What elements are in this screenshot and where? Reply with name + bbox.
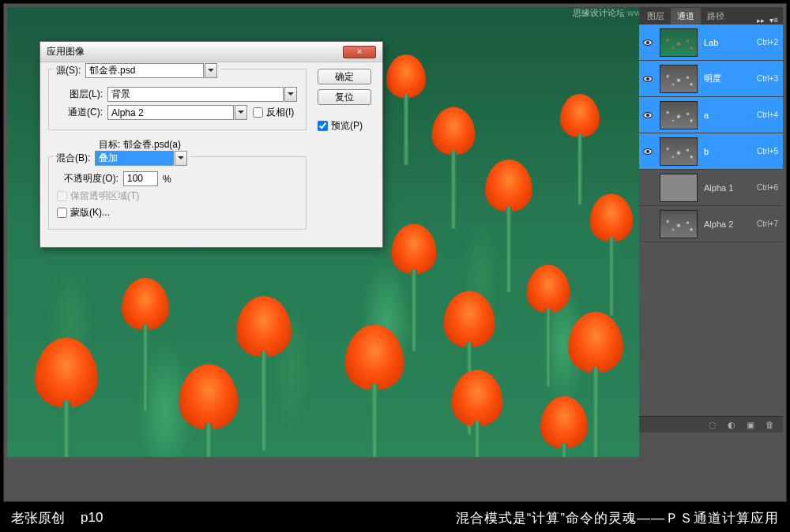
channel-name: Alpha 1 [702, 183, 757, 193]
channel-name: 明度 [702, 73, 757, 84]
caption-author: 老张原创 [11, 509, 65, 527]
visibility-eye-icon[interactable] [641, 38, 655, 47]
tab-paths[interactable]: 路径 [701, 8, 731, 24]
channel-thumbnail [660, 65, 698, 93]
channel-to-selection-icon[interactable]: ◐ [728, 420, 739, 429]
channel-row[interactable]: 明度Ctrl+3 [639, 61, 783, 97]
channel-name: a [702, 111, 757, 120]
visibility-eye-icon[interactable] [641, 111, 655, 120]
channel-thumbnail [660, 101, 698, 129]
close-icon[interactable]: × [343, 46, 376, 58]
caption-text: 混合模式是“计算”命令的灵魂——ＰＳ通道计算应用 [456, 509, 779, 527]
panel-footer: ◌ ◐ ▣ 🗑 [639, 416, 783, 433]
apply-image-dialog: 应用图像 × 源(S): 郁金香.psd [40, 41, 383, 248]
channel-shortcut: Ctrl+2 [757, 38, 778, 47]
opacity-label: 不透明度(O): [57, 172, 118, 185]
visibility-eye-icon[interactable] [641, 74, 655, 84]
channel-shortcut: Ctrl+3 [757, 74, 778, 83]
channel-name: Lab [702, 38, 757, 47]
channel-combo[interactable]: Alpha 2 [107, 105, 234, 120]
selection-to-channel-icon[interactable]: ◌ [709, 420, 720, 429]
tab-layers[interactable]: 图层 [641, 8, 671, 24]
source-group-label: 源(S): 郁金香.psd [54, 63, 220, 78]
dialog-titlebar[interactable]: 应用图像 × [40, 42, 382, 62]
channels-panel: 图层 通道 路径 ▸▸▾≡ LabCtrl+2明度Ctrl+3aCtrl+4bC… [639, 7, 783, 433]
source-combo[interactable]: 郁金香.psd [85, 63, 204, 78]
chevron-down-icon[interactable] [235, 105, 247, 120]
channel-shortcut: Ctrl+6 [757, 183, 778, 192]
mask-checkbox[interactable]: 蒙版(K)... [57, 206, 298, 219]
layer-label: 图层(L): [57, 88, 103, 101]
dialog-title: 应用图像 [47, 45, 343, 58]
tab-channels[interactable]: 通道 [671, 8, 701, 24]
channel-row[interactable]: bCtrl+5 [639, 133, 783, 170]
opacity-input[interactable]: 100 [123, 171, 158, 186]
opacity-unit: % [163, 174, 171, 185]
channel-shortcut: Ctrl+4 [757, 111, 778, 119]
reset-button[interactable]: 复位 [318, 89, 371, 105]
panel-tabs: 图层 通道 路径 ▸▸▾≡ [639, 7, 783, 24]
layer-combo[interactable]: 背景 [107, 87, 284, 102]
channel-label: 通道(C): [57, 106, 103, 119]
channel-row[interactable]: Alpha 2Ctrl+7 [639, 206, 783, 242]
blend-combo[interactable]: 叠加 [95, 151, 174, 166]
caption-bar: 老张原创 p10 混合模式是“计算”命令的灵魂——ＰＳ通道计算应用 [0, 504, 790, 532]
chevron-down-icon[interactable] [205, 63, 217, 78]
channel-shortcut: Ctrl+7 [757, 219, 778, 228]
channel-thumbnail [660, 174, 698, 202]
channel-row[interactable]: Alpha 1Ctrl+6 [639, 170, 783, 206]
app-frame: 思缘设计论坛 WWW.MISSYUAN.COM itsCN 应用图像 × 源(S… [3, 3, 787, 502]
invert-checkbox[interactable]: 反相(I) [253, 106, 294, 119]
new-channel-icon[interactable]: ▣ [747, 420, 758, 429]
channel-name: Alpha 2 [702, 219, 757, 229]
panel-menu-icon[interactable]: ▸▸▾≡ [752, 16, 783, 24]
caption-page: p10 [81, 510, 103, 526]
channel-thumbnail [660, 210, 698, 238]
channel-shortcut: Ctrl+5 [757, 147, 778, 155]
preview-checkbox[interactable]: 预览(P) [318, 119, 363, 133]
channel-name: b [702, 147, 757, 156]
blend-group-label: 混合(B): 叠加 [54, 151, 190, 166]
chevron-down-icon[interactable] [284, 87, 297, 102]
ok-button[interactable]: 确定 [318, 69, 371, 84]
channel-row[interactable]: LabCtrl+2 [639, 24, 783, 61]
channel-row[interactable]: aCtrl+4 [639, 97, 783, 133]
source-group: 源(S): 郁金香.psd 图层(L): [48, 69, 307, 130]
blend-group: 混合(B): 叠加 不透明度(O): 100 [48, 156, 307, 230]
channel-thumbnail [660, 137, 698, 166]
trash-icon[interactable]: 🗑 [766, 420, 777, 429]
channel-list: LabCtrl+2明度Ctrl+3aCtrl+4bCtrl+5Alpha 1Ct… [639, 24, 783, 242]
chevron-down-icon[interactable] [175, 151, 187, 166]
preserve-transparency-checkbox: 保留透明区域(T) [57, 189, 298, 203]
visibility-eye-icon[interactable] [641, 147, 655, 156]
channel-thumbnail [660, 28, 698, 57]
